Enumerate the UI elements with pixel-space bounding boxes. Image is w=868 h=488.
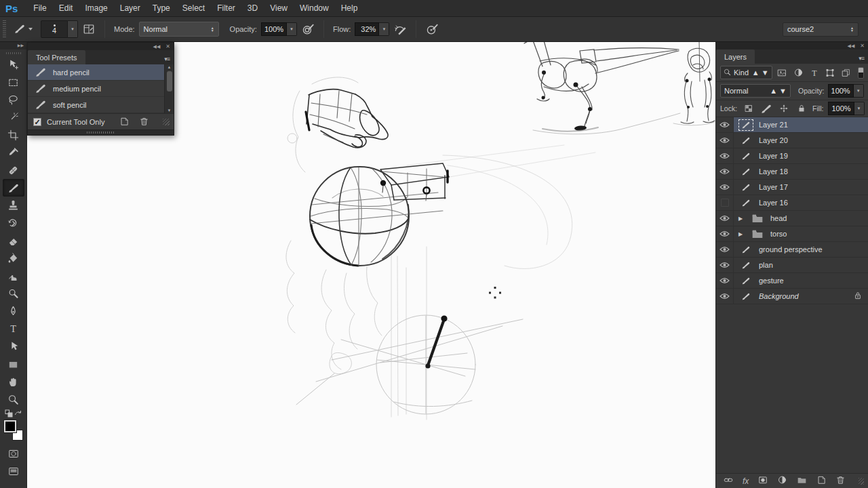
collapse-panel-icon[interactable]: ◀◀: [848, 42, 855, 49]
layer-row-layer-21[interactable]: Layer 21: [716, 117, 868, 133]
layer-row-head[interactable]: ▶head: [716, 211, 868, 226]
resize-grip[interactable]: [163, 119, 170, 125]
pressure-size-button[interactable]: [423, 21, 441, 37]
layer-name[interactable]: torso: [770, 230, 787, 238]
layer-row-layer-18[interactable]: Layer 18: [716, 164, 868, 180]
lock-all-icon[interactable]: [795, 103, 808, 115]
layer-thumbnail[interactable]: [738, 182, 753, 193]
menu-item-help[interactable]: Help: [335, 1, 364, 16]
menu-item-window[interactable]: Window: [294, 1, 335, 16]
eyedropper-tool[interactable]: [3, 144, 24, 161]
filter-kind-select[interactable]: Kind ▲ ▼: [720, 66, 772, 79]
layer-blend-mode-select[interactable]: Normal ▲ ▼: [720, 84, 791, 98]
menu-item-file[interactable]: File: [27, 1, 52, 16]
lock-transparency-icon[interactable]: [742, 103, 755, 115]
layer-name[interactable]: Background: [759, 292, 799, 300]
clone-stamp-tool[interactable]: [3, 197, 24, 214]
layer-styles-icon[interactable]: fx: [743, 476, 749, 486]
layer-row-layer-20[interactable]: Layer 20: [716, 133, 868, 148]
zoom-tool[interactable]: [3, 390, 24, 408]
layer-name[interactable]: Layer 19: [759, 152, 788, 160]
group-folder-icon[interactable]: [750, 228, 765, 240]
tab-tool-presets[interactable]: Tool Presets: [28, 50, 85, 64]
paint-bucket-tool[interactable]: [3, 249, 24, 267]
add-mask-icon[interactable]: [757, 475, 768, 487]
tool-preset-picker[interactable]: [11, 21, 35, 37]
lock-position-icon[interactable]: [777, 103, 790, 115]
visibility-toggle[interactable]: [716, 117, 734, 132]
layer-row-layer-19[interactable]: Layer 19: [716, 148, 868, 164]
lock-pixels-icon[interactable]: [760, 103, 772, 115]
menu-item-edit[interactable]: Edit: [53, 1, 79, 16]
quick-mask-button[interactable]: [3, 445, 24, 462]
new-preset-icon[interactable]: [119, 117, 130, 127]
layer-thumbnail[interactable]: [738, 150, 753, 162]
visibility-toggle[interactable]: [716, 273, 734, 288]
healing-brush-tool[interactable]: [3, 161, 24, 179]
menu-item-layer[interactable]: Layer: [114, 1, 146, 16]
lasso-tool[interactable]: [3, 91, 24, 108]
tool-preset-item[interactable]: soft pencil: [28, 97, 174, 113]
layer-fill-control[interactable]: 100% ▼: [828, 102, 864, 115]
collapse-panel-icon[interactable]: ▶▶: [0, 42, 26, 49]
visibility-toggle[interactable]: [716, 211, 734, 226]
layer-name[interactable]: head: [770, 214, 787, 222]
swap-colors-control[interactable]: [5, 409, 22, 418]
visibility-toggle[interactable]: [716, 148, 734, 163]
visibility-toggle[interactable]: [716, 258, 734, 272]
layer-name[interactable]: Layer 17: [759, 183, 788, 191]
new-layer-icon[interactable]: [816, 475, 827, 487]
layer-name[interactable]: Layer 18: [759, 167, 788, 176]
pen-tool[interactable]: [3, 302, 24, 320]
expand-group-icon[interactable]: ▶: [738, 231, 745, 237]
screen-mode-button[interactable]: [3, 462, 24, 480]
smart-object-filter-icon[interactable]: [840, 67, 852, 79]
visibility-toggle[interactable]: [716, 180, 734, 195]
close-panel-icon[interactable]: ✕: [165, 43, 170, 50]
link-layers-icon[interactable]: [723, 475, 734, 487]
menu-item-image[interactable]: Image: [79, 1, 113, 16]
magic-wand-tool[interactable]: [3, 108, 24, 126]
delete-layer-icon[interactable]: [835, 475, 846, 487]
type-tool[interactable]: T: [3, 320, 24, 338]
layer-thumbnail[interactable]: [738, 275, 753, 287]
brush-tool[interactable]: [3, 179, 24, 197]
brush-size-dropdown-button[interactable]: ▼: [68, 20, 78, 38]
color-swatches[interactable]: [4, 420, 23, 441]
panel-drag-handle[interactable]: [28, 129, 174, 135]
layer-row-plan[interactable]: plan: [716, 258, 868, 273]
layer-thumbnail[interactable]: [738, 197, 753, 209]
collapse-panel-icon[interactable]: ◀◀: [153, 43, 161, 50]
panel-menu-icon[interactable]: ▾≡: [859, 55, 868, 64]
foreground-color-swatch[interactable]: [4, 420, 16, 432]
layer-name[interactable]: plan: [759, 261, 773, 269]
visibility-toggle[interactable]: [716, 133, 734, 148]
visibility-toggle[interactable]: [716, 164, 734, 179]
layer-name[interactable]: gesture: [759, 277, 784, 285]
shape-filter-icon[interactable]: [824, 67, 836, 79]
layer-name[interactable]: Layer 20: [759, 136, 788, 144]
type-filter-icon[interactable]: T: [808, 67, 821, 79]
panel-menu-icon[interactable]: ▾≡: [164, 56, 174, 64]
shape-tool[interactable]: [3, 355, 24, 373]
layer-row-ground-perspective[interactable]: ground perspective: [716, 242, 868, 258]
layer-name[interactable]: Layer 21: [759, 121, 788, 129]
group-folder-icon[interactable]: [750, 213, 765, 224]
layer-thumbnail[interactable]: [738, 119, 753, 131]
layer-thumbnail[interactable]: [738, 291, 753, 302]
layer-row-layer-17[interactable]: Layer 17: [716, 180, 868, 195]
layer-opacity-control[interactable]: 100% ▼: [828, 84, 864, 98]
tool-preset-item[interactable]: medium pencil: [28, 81, 174, 97]
hand-tool[interactable]: [3, 373, 24, 390]
new-group-icon[interactable]: [796, 475, 808, 487]
layer-name[interactable]: ground perspective: [759, 245, 823, 253]
marquee-tool[interactable]: [3, 73, 24, 91]
layer-thumbnail[interactable]: [738, 244, 753, 256]
tool-preset-item[interactable]: hard pencil: [28, 64, 174, 81]
layer-name[interactable]: Layer 16: [759, 199, 788, 207]
layer-thumbnail[interactable]: [738, 135, 753, 146]
opacity-control[interactable]: 100% ▼: [261, 22, 297, 36]
tab-layers[interactable]: Layers: [716, 49, 755, 64]
menu-item-view[interactable]: View: [264, 1, 294, 16]
scrollbar[interactable]: ▲ ▼: [164, 64, 174, 113]
